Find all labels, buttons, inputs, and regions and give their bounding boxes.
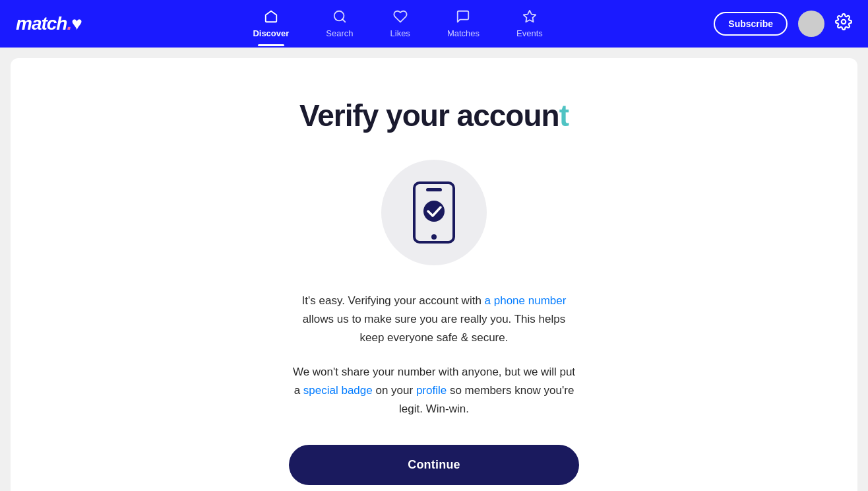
nav-items: Discover Search Likes M (82, 4, 714, 44)
page-title: Verify your account (299, 98, 569, 133)
search-icon (332, 9, 347, 26)
nav-item-events[interactable]: Events (498, 4, 561, 44)
avatar[interactable] (798, 11, 824, 37)
phone-verification-icon (381, 160, 487, 265)
nav-label-events: Events (516, 28, 543, 38)
nav-item-likes[interactable]: Likes (372, 4, 429, 44)
svg-point-6 (423, 201, 445, 222)
heart-icon (393, 9, 408, 26)
nav-label-search: Search (326, 28, 353, 38)
nav-item-discover[interactable]: Discover (234, 4, 307, 44)
logo[interactable]: match.♥ (16, 13, 82, 34)
main-content: Verify your account It's easy. Verifying… (11, 58, 857, 491)
settings-icon[interactable] (835, 13, 852, 34)
chat-icon (456, 9, 470, 26)
description-1: It's easy. Verifying your account with a… (289, 292, 579, 347)
svg-point-5 (431, 234, 437, 240)
description-2: We won't share your number with anyone, … (289, 363, 579, 418)
svg-rect-4 (426, 188, 442, 191)
home-icon (264, 9, 278, 26)
nav-label-discover: Discover (253, 28, 289, 38)
nav-item-search[interactable]: Search (307, 4, 371, 44)
nav-label-likes: Likes (390, 28, 410, 38)
nav-right: Subscribe (714, 11, 852, 37)
continue-button[interactable]: Continue (289, 445, 579, 485)
events-icon (522, 9, 537, 26)
nav-label-matches: Matches (447, 28, 480, 38)
svg-point-2 (842, 20, 846, 24)
navigation: match.♥ Discover Search (0, 0, 868, 48)
nav-item-matches[interactable]: Matches (429, 4, 498, 44)
subscribe-button[interactable]: Subscribe (714, 12, 788, 36)
svg-line-1 (342, 19, 345, 22)
